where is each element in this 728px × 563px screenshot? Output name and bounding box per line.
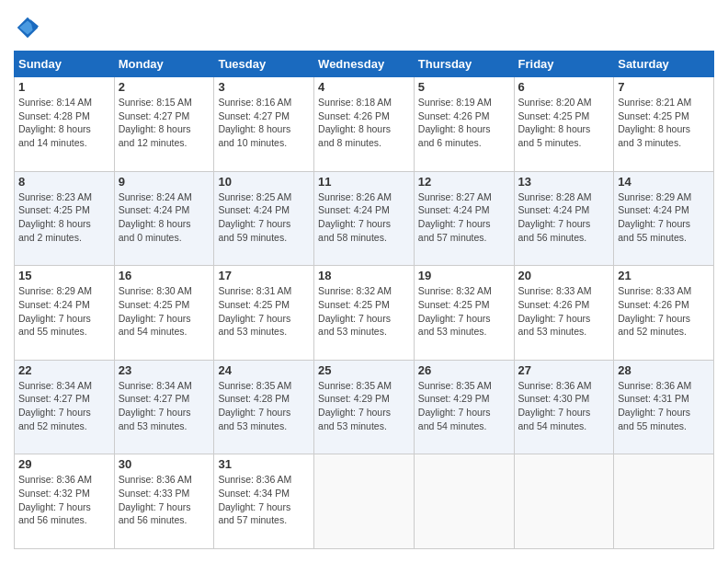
calendar-cell: 24 Sunrise: 8:35 AMSunset: 4:28 PMDaylig… — [214, 360, 314, 454]
day-number: 28 — [618, 363, 710, 377]
calendar-header-wednesday: Wednesday — [314, 52, 415, 77]
calendar-cell: 23 Sunrise: 8:34 AMSunset: 4:27 PMDaylig… — [114, 360, 214, 454]
calendar-cell: 8 Sunrise: 8:23 AMSunset: 4:25 PMDayligh… — [15, 171, 115, 266]
day-number: 6 — [518, 80, 610, 94]
day-info: Sunrise: 8:23 AMSunset: 4:25 PMDaylight:… — [18, 190, 110, 245]
day-info: Sunrise: 8:35 AMSunset: 4:29 PMDaylight:… — [318, 379, 410, 433]
calendar-cell: 12 Sunrise: 8:27 AMSunset: 4:24 PMDaylig… — [414, 171, 514, 266]
day-number: 29 — [18, 457, 110, 471]
day-info: Sunrise: 8:33 AMSunset: 4:26 PMDaylight:… — [518, 284, 610, 339]
day-info: Sunrise: 8:32 AMSunset: 4:25 PMDaylight:… — [318, 284, 410, 339]
day-info: Sunrise: 8:36 AMSunset: 4:33 PMDaylight:… — [119, 473, 210, 527]
day-number: 18 — [318, 269, 410, 282]
calendar-week-3: 15 Sunrise: 8:29 AMSunset: 4:24 PMDaylig… — [15, 266, 714, 361]
calendar-cell: 28 Sunrise: 8:36 AMSunset: 4:31 PMDaylig… — [614, 360, 714, 454]
day-info: Sunrise: 8:35 AMSunset: 4:29 PMDaylight:… — [418, 379, 510, 433]
calendar-header-saturday: Saturday — [614, 52, 714, 77]
calendar-cell: 17 Sunrise: 8:31 AMSunset: 4:25 PMDaylig… — [214, 266, 314, 361]
day-info: Sunrise: 8:34 AMSunset: 4:27 PMDaylight:… — [18, 379, 110, 433]
calendar-cell: 5 Sunrise: 8:19 AMSunset: 4:26 PMDayligh… — [414, 77, 514, 172]
day-info: Sunrise: 8:28 AMSunset: 4:24 PMDaylight:… — [518, 190, 610, 245]
day-info: Sunrise: 8:29 AMSunset: 4:24 PMDaylight:… — [618, 190, 710, 245]
day-info: Sunrise: 8:32 AMSunset: 4:25 PMDaylight:… — [418, 284, 510, 339]
day-info: Sunrise: 8:36 AMSunset: 4:34 PMDaylight:… — [218, 473, 310, 527]
day-number: 24 — [218, 363, 310, 377]
calendar-cell: 2 Sunrise: 8:15 AMSunset: 4:27 PMDayligh… — [114, 77, 214, 172]
calendar-header-thursday: Thursday — [414, 52, 514, 77]
day-info: Sunrise: 8:30 AMSunset: 4:25 PMDaylight:… — [119, 284, 210, 339]
day-number: 14 — [618, 175, 710, 189]
calendar-header-row: SundayMondayTuesdayWednesdayThursdayFrid… — [15, 52, 714, 77]
calendar-cell: 21 Sunrise: 8:33 AMSunset: 4:26 PMDaylig… — [614, 266, 714, 361]
calendar-cell — [314, 454, 415, 549]
day-info: Sunrise: 8:21 AMSunset: 4:25 PMDaylight:… — [618, 96, 710, 150]
logo — [14, 14, 46, 41]
calendar-cell: 4 Sunrise: 8:18 AMSunset: 4:26 PMDayligh… — [314, 77, 415, 172]
calendar-cell: 26 Sunrise: 8:35 AMSunset: 4:29 PMDaylig… — [414, 360, 514, 454]
day-number: 17 — [218, 269, 310, 282]
calendar-cell — [614, 454, 714, 549]
calendar-cell: 13 Sunrise: 8:28 AMSunset: 4:24 PMDaylig… — [514, 171, 614, 266]
day-info: Sunrise: 8:18 AMSunset: 4:26 PMDaylight:… — [318, 96, 410, 150]
calendar-cell: 18 Sunrise: 8:32 AMSunset: 4:25 PMDaylig… — [314, 266, 415, 361]
day-number: 27 — [518, 363, 610, 377]
calendar-cell: 6 Sunrise: 8:20 AMSunset: 4:25 PMDayligh… — [514, 77, 614, 172]
day-number: 5 — [418, 80, 510, 94]
day-number: 8 — [18, 175, 110, 189]
calendar-cell: 30 Sunrise: 8:36 AMSunset: 4:33 PMDaylig… — [114, 454, 214, 549]
day-info: Sunrise: 8:16 AMSunset: 4:27 PMDaylight:… — [218, 96, 310, 150]
day-number: 20 — [518, 269, 610, 282]
day-number: 25 — [318, 363, 410, 377]
day-number: 9 — [119, 175, 210, 189]
day-info: Sunrise: 8:33 AMSunset: 4:26 PMDaylight:… — [618, 284, 710, 339]
calendar-week-1: 1 Sunrise: 8:14 AMSunset: 4:28 PMDayligh… — [15, 77, 714, 172]
header — [14, 14, 714, 41]
calendar-cell: 1 Sunrise: 8:14 AMSunset: 4:28 PMDayligh… — [15, 77, 115, 172]
page: SundayMondayTuesdayWednesdayThursdayFrid… — [0, 0, 728, 563]
calendar-header-monday: Monday — [114, 52, 214, 77]
calendar-cell: 29 Sunrise: 8:36 AMSunset: 4:32 PMDaylig… — [15, 454, 115, 549]
calendar-header-friday: Friday — [514, 52, 614, 77]
day-number: 21 — [618, 269, 710, 282]
day-info: Sunrise: 8:24 AMSunset: 4:24 PMDaylight:… — [119, 190, 210, 245]
day-number: 12 — [418, 175, 510, 189]
day-number: 16 — [119, 269, 210, 282]
day-info: Sunrise: 8:25 AMSunset: 4:24 PMDaylight:… — [218, 190, 310, 245]
calendar-cell: 15 Sunrise: 8:29 AMSunset: 4:24 PMDaylig… — [15, 266, 115, 361]
calendar-cell: 20 Sunrise: 8:33 AMSunset: 4:26 PMDaylig… — [514, 266, 614, 361]
day-info: Sunrise: 8:14 AMSunset: 4:28 PMDaylight:… — [18, 96, 110, 150]
calendar-cell: 3 Sunrise: 8:16 AMSunset: 4:27 PMDayligh… — [214, 77, 314, 172]
day-number: 11 — [318, 175, 410, 189]
calendar-cell: 25 Sunrise: 8:35 AMSunset: 4:29 PMDaylig… — [314, 360, 415, 454]
day-info: Sunrise: 8:27 AMSunset: 4:24 PMDaylight:… — [418, 190, 510, 245]
calendar-cell: 9 Sunrise: 8:24 AMSunset: 4:24 PMDayligh… — [114, 171, 214, 266]
day-info: Sunrise: 8:34 AMSunset: 4:27 PMDaylight:… — [119, 379, 210, 433]
day-info: Sunrise: 8:31 AMSunset: 4:25 PMDaylight:… — [218, 284, 310, 339]
day-number: 15 — [18, 269, 110, 282]
calendar-cell: 27 Sunrise: 8:36 AMSunset: 4:30 PMDaylig… — [514, 360, 614, 454]
day-info: Sunrise: 8:26 AMSunset: 4:24 PMDaylight:… — [318, 190, 410, 245]
calendar-cell: 19 Sunrise: 8:32 AMSunset: 4:25 PMDaylig… — [414, 266, 514, 361]
day-number: 19 — [418, 269, 510, 282]
calendar-cell: 7 Sunrise: 8:21 AMSunset: 4:25 PMDayligh… — [614, 77, 714, 172]
day-number: 3 — [218, 80, 310, 94]
calendar-week-4: 22 Sunrise: 8:34 AMSunset: 4:27 PMDaylig… — [15, 360, 714, 454]
calendar-cell — [414, 454, 514, 549]
logo-icon — [14, 14, 41, 41]
day-info: Sunrise: 8:29 AMSunset: 4:24 PMDaylight:… — [18, 284, 110, 339]
calendar-cell: 14 Sunrise: 8:29 AMSunset: 4:24 PMDaylig… — [614, 171, 714, 266]
calendar-header-sunday: Sunday — [15, 52, 115, 77]
day-info: Sunrise: 8:35 AMSunset: 4:28 PMDaylight:… — [218, 379, 310, 433]
day-info: Sunrise: 8:15 AMSunset: 4:27 PMDaylight:… — [119, 96, 210, 150]
day-number: 1 — [18, 80, 110, 94]
calendar-cell: 16 Sunrise: 8:30 AMSunset: 4:25 PMDaylig… — [114, 266, 214, 361]
calendar-cell: 31 Sunrise: 8:36 AMSunset: 4:34 PMDaylig… — [214, 454, 314, 549]
day-number: 10 — [218, 175, 310, 189]
day-number: 22 — [18, 363, 110, 377]
day-info: Sunrise: 8:36 AMSunset: 4:31 PMDaylight:… — [618, 379, 710, 433]
calendar-cell: 10 Sunrise: 8:25 AMSunset: 4:24 PMDaylig… — [214, 171, 314, 266]
day-info: Sunrise: 8:36 AMSunset: 4:30 PMDaylight:… — [518, 379, 610, 433]
day-number: 13 — [518, 175, 610, 189]
day-info: Sunrise: 8:36 AMSunset: 4:32 PMDaylight:… — [18, 473, 110, 527]
calendar-cell: 11 Sunrise: 8:26 AMSunset: 4:24 PMDaylig… — [314, 171, 415, 266]
